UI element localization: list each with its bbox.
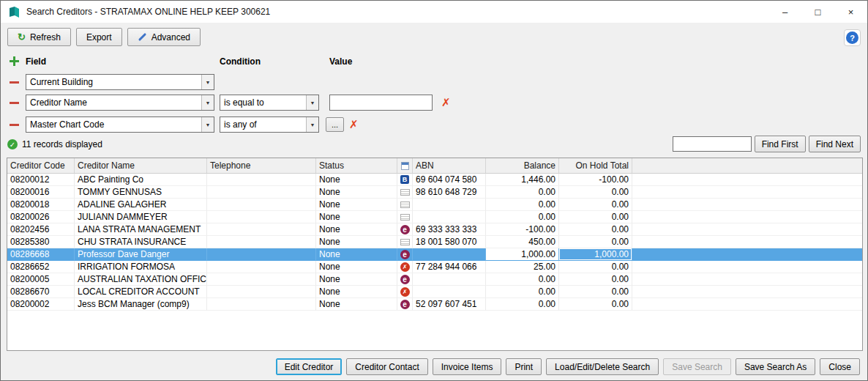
add-criteria-button[interactable] (8, 55, 20, 67)
field-dropdown-creditor-name[interactable]: Creditor Name ▼ (26, 95, 214, 111)
cell-creditor-name: IRRIGATION FORMOSA (75, 261, 207, 273)
field-dropdown-current-building[interactable]: Current Building ▼ (26, 74, 214, 90)
invoice-icon (400, 214, 410, 221)
cell-balance: -100.00 (486, 223, 559, 236)
bpay-icon (400, 175, 409, 184)
cell-abn: 52 097 607 451 (413, 298, 486, 311)
cell-abn: 18 001 580 070 (413, 236, 486, 248)
cell-payment-icon (397, 186, 413, 199)
find-first-button[interactable]: Find First (755, 136, 806, 152)
cell-abn (413, 211, 486, 223)
cell-telephone (207, 298, 316, 311)
column-header-onhold-total[interactable]: On Hold Total (559, 158, 632, 173)
column-header-telephone[interactable]: Telephone (207, 158, 316, 173)
minus-icon (8, 97, 20, 109)
field-dropdown-master-chart-code[interactable]: Master Chart Code ▼ (26, 116, 214, 133)
cell-telephone (207, 211, 316, 223)
column-header-abn[interactable]: ABN (413, 158, 486, 173)
cell-abn (413, 273, 486, 286)
export-button[interactable]: Export (76, 28, 122, 46)
cell-creditor-name: CHU STRATA INSURANCE (75, 236, 207, 248)
cell-abn (413, 248, 486, 261)
column-header-creditor-name[interactable]: Creditor Name (75, 158, 207, 173)
refresh-icon: ↻ (18, 32, 26, 42)
column-header-creditor-code[interactable]: Creditor Code (7, 158, 75, 173)
table-row[interactable]: 08200012 ABC Painting Co None 69 604 074… (7, 174, 862, 186)
table-row[interactable]: 08285380 CHU STRATA INSURANCE None 18 00… (7, 236, 862, 248)
find-next-button[interactable]: Find Next (809, 136, 861, 152)
help-icon: ? (846, 32, 858, 44)
cell-onhold-total: 0.00 (559, 298, 632, 311)
cell-status: None (316, 248, 397, 261)
cell-payment-icon (397, 199, 413, 211)
criteria-row-master-chart-code: Master Chart Code ▼ is any of ▼ ... ✗ (7, 116, 861, 133)
records-status: ✓ 11 records displayed (7, 139, 102, 149)
plus-icon (8, 55, 20, 67)
minimize-button[interactable]: – (768, 1, 801, 23)
condition-header: Condition (220, 56, 261, 67)
remove-criteria-button[interactable] (8, 97, 20, 109)
table-row[interactable]: 08200018 ADALINE GALAGHER None 0.00 0.00 (7, 199, 862, 211)
table-row[interactable]: 08286668 Professor Dave Danger None 1,00… (7, 248, 862, 261)
cell-onhold-total: 0.00 (559, 223, 632, 236)
cell-onhold-total: 0.00 (559, 211, 632, 223)
cell-telephone (207, 186, 316, 199)
help-button[interactable]: ? (844, 29, 861, 46)
cell-onhold-total: -100.00 (559, 174, 632, 186)
records-count-label: 11 records displayed (22, 139, 102, 149)
print-button[interactable]: Print (506, 358, 542, 375)
creditor-contact-button[interactable]: Creditor Contact (346, 358, 427, 375)
column-header-payment-icon[interactable] (397, 158, 413, 173)
table-row[interactable]: 08286652 IRRIGATION FORMOSA None 77 284 … (7, 261, 862, 273)
close-dialog-button[interactable]: Close (820, 358, 860, 375)
window-title: Search Creditors - STRATAMAX ONLINE HELP… (26, 7, 270, 17)
advanced-icon (138, 33, 146, 41)
find-input[interactable] (673, 136, 752, 152)
value-picker-button[interactable]: ... (326, 117, 344, 132)
cell-onhold-total: 0.00 (559, 186, 632, 199)
cell-creditor-name: TOMMY GENNUSAS (75, 186, 207, 199)
table-row[interactable]: 08200002 Jess BCM Manager (comp9) None 5… (7, 298, 862, 311)
cell-creditor-name: JULIANN DAMMEYER (75, 211, 207, 223)
column-header-status[interactable]: Status (316, 158, 397, 173)
cell-telephone (207, 236, 316, 248)
load-edit-delete-search-button[interactable]: Load/Edit/Delete Search (546, 358, 659, 375)
table-row[interactable]: 08200016 TOMMY GENNUSAS None 98 610 648 … (7, 186, 862, 199)
invoice-icon (400, 189, 410, 196)
app-icon (8, 6, 20, 18)
criteria-row-building: Current Building ▼ (7, 74, 861, 90)
table-row[interactable]: 08200026 JULIANN DAMMEYER None 0.00 0.00 (7, 211, 862, 223)
table-row[interactable]: 08202456 LANA STRATA MANAGEMENT None 69 … (7, 223, 862, 236)
edit-creditor-button[interactable]: Edit Creditor (276, 358, 343, 375)
cell-telephone (207, 286, 316, 298)
invoice-items-button[interactable]: Invoice Items (433, 358, 502, 375)
chevron-down-icon: ▼ (306, 95, 318, 110)
condition-dropdown-is-equal-to[interactable]: is equal to ▼ (220, 95, 319, 111)
save-search-as-button[interactable]: Save Search As (736, 358, 815, 375)
column-header-balance[interactable]: Balance (486, 158, 559, 173)
cell-status: None (316, 186, 397, 199)
maximize-button[interactable]: □ (801, 1, 834, 23)
cell-creditor-name: AUSTRALIAN TAXATION OFFICE (75, 273, 207, 286)
clear-criteria-icon[interactable]: ✗ (441, 96, 451, 109)
cell-status: None (316, 298, 397, 311)
remove-criteria-button[interactable] (8, 119, 20, 131)
remove-criteria-button[interactable] (8, 76, 20, 89)
close-button[interactable]: × (834, 1, 867, 23)
cell-onhold-total: 1,000.00 (559, 248, 632, 261)
toolbar: ↻ Refresh Export Advanced (7, 28, 201, 46)
cell-telephone (207, 223, 316, 236)
advanced-button[interactable]: Advanced (127, 28, 201, 46)
table-body: 08200012 ABC Painting Co None 69 604 074… (7, 174, 862, 311)
condition-dropdown-is-any-of[interactable]: is any of ▼ (220, 116, 319, 133)
value-input[interactable] (329, 95, 433, 111)
cell-status: None (316, 174, 397, 186)
clear-criteria-icon[interactable]: ✗ (349, 118, 359, 131)
cell-status: None (316, 199, 397, 211)
table-row[interactable]: 08286670 LOCAL CREDITOR ACCOUNT None 0.0… (7, 286, 862, 298)
cell-balance: 0.00 (486, 199, 559, 211)
cell-abn: 77 284 944 066 (413, 261, 486, 273)
cell-creditor-code: 08286670 (7, 286, 75, 298)
table-row[interactable]: 08200005 AUSTRALIAN TAXATION OFFICE None… (7, 273, 862, 286)
refresh-button[interactable]: ↻ Refresh (7, 28, 71, 46)
